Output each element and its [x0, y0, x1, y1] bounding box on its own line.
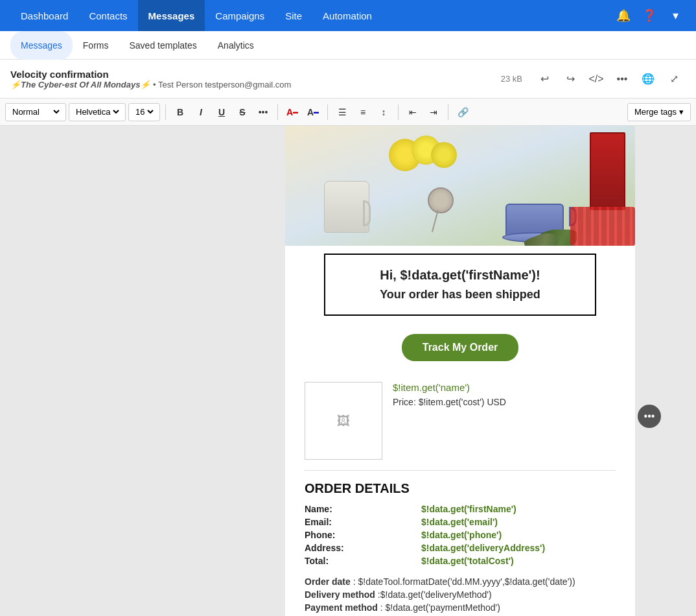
- floating-more-button[interactable]: •••: [638, 405, 661, 428]
- order-label-total: Total:: [305, 556, 421, 566]
- order-payment-label: Payment method: [305, 602, 378, 613]
- order-field-email: Email: $!data.get('email'): [305, 517, 616, 527]
- order-payment-value: : $!data.get('paymentMethod'): [380, 602, 500, 613]
- order-details-title: ORDER DETAILS: [305, 481, 616, 496]
- size-select[interactable]: 16 14 18: [128, 103, 160, 121]
- bold-button[interactable]: B: [171, 103, 189, 121]
- style-dropdown[interactable]: Normal Heading 1 Heading 2: [10, 106, 62, 117]
- order-field-total: Total: $!data.get('totalCost'): [305, 556, 616, 566]
- product-image: 🖼: [305, 382, 382, 460]
- product-section: 🖼 $!item.get('name') Price: $!item.get('…: [285, 372, 635, 470]
- order-field-phone: Phone: $!data.get('phone'): [305, 530, 616, 540]
- style-select[interactable]: Normal Heading 1 Heading 2: [5, 103, 66, 121]
- broken-image-icon: 🖼: [337, 414, 350, 429]
- nav-campaigns[interactable]: Campaigns: [205, 0, 275, 31]
- email-header: Velocity confirmation ⚡The Cyber-est Of …: [0, 60, 696, 99]
- email-subtitle: ⚡The Cyber-est Of All Mondays⚡ • Test Pe…: [10, 80, 501, 89]
- nav-automation[interactable]: Automation: [312, 0, 382, 31]
- order-value-address: $!data.get('deliveryAddress'): [421, 543, 545, 553]
- size-dropdown[interactable]: 16 14 18: [133, 106, 156, 117]
- text-block[interactable]: Hi, $!data.get('firstName')! Your order …: [324, 254, 596, 316]
- order-field-name: Name: $!data.get('firstName'): [305, 504, 616, 514]
- order-extra-delivery: Delivery method :$!data.get('deliveryMet…: [305, 589, 616, 600]
- email-title: Velocity confirmation: [10, 69, 501, 80]
- order-details-section: ORDER DETAILS Name: $!data.get('firstNam…: [285, 471, 635, 616]
- merge-tags-label: Merge tags: [634, 107, 677, 117]
- product-price: Price: $!item.get('cost') USD: [393, 397, 616, 407]
- font-color-button[interactable]: A▬: [283, 103, 301, 121]
- strikethrough-button[interactable]: S: [233, 103, 251, 121]
- outdent-button[interactable]: ⇤: [404, 103, 422, 121]
- nav-messages[interactable]: Messages: [138, 0, 205, 31]
- email-canvas-area: Hi, $!data.get('firstName')! Your order …: [285, 126, 635, 616]
- tab-analytics[interactable]: Analytics: [207, 31, 264, 60]
- email-wrapper: Hi, $!data.get('firstName')! Your order …: [285, 126, 635, 616]
- tab-saved-templates[interactable]: Saved templates: [119, 31, 207, 60]
- code-icon[interactable]: </>: [585, 67, 608, 91]
- nav-dashboard[interactable]: Dashboard: [10, 0, 78, 31]
- order-label-address: Address:: [305, 543, 421, 553]
- globe-icon[interactable]: 🌐: [636, 67, 660, 91]
- chevron-down-icon[interactable]: ▾: [665, 5, 686, 26]
- resize-icon[interactable]: ⤢: [662, 67, 686, 91]
- align-button[interactable]: ☰: [333, 103, 351, 121]
- order-label-name: Name:: [305, 504, 421, 514]
- product-details: $!item.get('name') Price: $!item.get('co…: [393, 382, 616, 407]
- question-icon[interactable]: ❓: [639, 5, 660, 26]
- editor-toolbar: Normal Heading 1 Heading 2 Helvetica Ari…: [0, 99, 696, 126]
- track-order-button[interactable]: Track My Order: [402, 334, 519, 361]
- toolbar-separator-1: [165, 104, 166, 120]
- line-height-button[interactable]: ↕: [375, 103, 393, 121]
- secondary-navigation: Messages Forms Saved templates Analytics: [0, 31, 696, 60]
- order-delivery-value: :$!data.get('deliveryMethod'): [378, 589, 492, 600]
- font-highlight-button[interactable]: A▬: [304, 103, 322, 121]
- toolbar-separator-3: [327, 104, 328, 120]
- email-actions: 23 kB ↩ ↪ </> ••• 🌐 ⤢: [501, 67, 686, 91]
- merge-tags-button[interactable]: Merge tags ▾: [627, 103, 691, 121]
- order-value-phone: $!data.get('phone'): [421, 530, 502, 540]
- reply-icon[interactable]: ↩: [533, 67, 556, 91]
- font-dropdown[interactable]: Helvetica Arial: [73, 106, 121, 117]
- order-label-phone: Phone:: [305, 530, 421, 540]
- link-button[interactable]: 🔗: [454, 103, 472, 121]
- hero-image: [285, 126, 635, 246]
- text-block-container: Hi, $!data.get('firstName')! Your order …: [285, 246, 635, 324]
- underline-button[interactable]: U: [213, 103, 231, 121]
- email-subject: ⚡The Cyber-est Of All Mondays⚡: [10, 80, 150, 89]
- order-delivery-label: Delivery method: [305, 589, 375, 600]
- greeting-text: Hi, $!data.get('firstName')!: [345, 268, 575, 283]
- order-value-email: $!data.get('email'): [421, 517, 498, 527]
- order-field-address: Address: $!data.get('deliveryAddress'): [305, 543, 616, 553]
- merge-tags-chevron: ▾: [679, 107, 684, 117]
- font-select[interactable]: Helvetica Arial: [69, 103, 126, 121]
- list-button[interactable]: ≡: [354, 103, 372, 121]
- toolbar-separator-2: [277, 104, 278, 120]
- order-date-label: Order date: [305, 576, 351, 587]
- nav-contacts[interactable]: Contacts: [78, 0, 137, 31]
- indent-button[interactable]: ⇥: [424, 103, 443, 121]
- order-value-total: $!data.get('totalCost'): [421, 556, 514, 566]
- email-contact: Test Person testperson@gmail.com: [158, 80, 291, 89]
- left-panel: [0, 126, 285, 616]
- order-value-name: $!data.get('firstName'): [421, 504, 516, 514]
- toolbar-separator-5: [448, 104, 448, 120]
- order-label-email: Email:: [305, 517, 421, 527]
- nav-site[interactable]: Site: [275, 0, 312, 31]
- bell-icon[interactable]: 🔔: [613, 5, 634, 26]
- order-extra-payment: Payment method : $!data.get('paymentMeth…: [305, 602, 616, 613]
- file-size: 23 kB: [501, 74, 522, 84]
- top-navigation: Dashboard Contacts Messages Campaigns Si…: [0, 0, 696, 31]
- tab-forms[interactable]: Forms: [73, 31, 119, 60]
- toolbar-separator-4: [398, 104, 399, 120]
- cta-section: Track My Order: [285, 324, 635, 372]
- more-format-button[interactable]: •••: [254, 103, 272, 121]
- order-extra-date: Order date : $!dateTool.formatDate('dd.M…: [305, 576, 616, 587]
- italic-button[interactable]: I: [192, 103, 210, 121]
- shipped-text: Your order has been shipped: [345, 288, 575, 302]
- forward-icon[interactable]: ↪: [559, 67, 582, 91]
- order-date-value: : $!dateTool.formatDate('dd.MM.yyyy',$!d…: [353, 576, 575, 587]
- more-icon[interactable]: •••: [610, 67, 634, 91]
- email-separator: •: [153, 80, 158, 89]
- tab-messages[interactable]: Messages: [10, 31, 73, 60]
- product-name: $!item.get('name'): [393, 382, 616, 393]
